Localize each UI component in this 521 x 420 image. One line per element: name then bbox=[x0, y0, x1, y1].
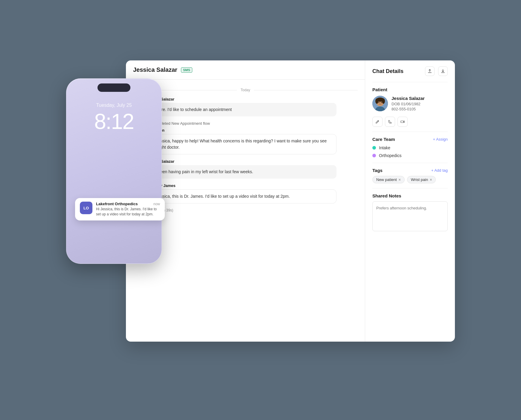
message-bubble: Hi there. I'd like to schedule an appoin… bbox=[146, 103, 336, 116]
phone-mockup: Tuesday, July 25 8:12 bbox=[66, 78, 162, 264]
assign-button[interactable]: + Assign bbox=[433, 137, 448, 141]
patient-info: Jessica Salazar DOB 01/06/1982 802-555-0… bbox=[391, 96, 448, 112]
notif-content: Lakefront Orthopedics now Hi Jessica, th… bbox=[96, 202, 160, 217]
shared-notes-textarea[interactable] bbox=[372, 201, 448, 231]
remove-tag-new-patient[interactable]: × bbox=[399, 178, 401, 182]
date-divider: Today bbox=[133, 88, 358, 92]
care-team-section-title: Care Team bbox=[372, 137, 395, 142]
phone-date: Tuesday, July 25 bbox=[66, 103, 162, 108]
intake-dot bbox=[372, 146, 376, 150]
video-call-button[interactable] bbox=[397, 117, 408, 127]
details-header: Chat Details bbox=[372, 66, 448, 76]
tags-header: Tags + Add tag bbox=[372, 168, 448, 173]
download-icon bbox=[441, 69, 445, 74]
date-divider-text: Today bbox=[240, 88, 250, 92]
divider bbox=[372, 163, 448, 163]
message-row: SJ Dr. Stacy James Hi Jessica, this is D… bbox=[133, 183, 358, 203]
details-action-buttons bbox=[425, 66, 448, 76]
care-team-item: Orthopedics bbox=[372, 153, 448, 158]
svg-point-7 bbox=[382, 98, 385, 104]
tags-section: Tags + Add tag New patient × Wrist pain … bbox=[372, 168, 448, 183]
chat-patient-name: Jessica Salazar bbox=[133, 66, 177, 73]
phone-icon bbox=[388, 120, 392, 124]
upload-icon bbox=[427, 69, 432, 74]
care-team-orthopedics-label: Orthopedics bbox=[379, 153, 401, 158]
message-bubble: I've been having pain in my left wrist f… bbox=[146, 165, 336, 179]
tag-label: New patient bbox=[376, 177, 397, 182]
message-row: J Jessica Salazar Hi there. I'd like to … bbox=[133, 97, 358, 116]
tag-wrist-pain: Wrist pain × bbox=[407, 176, 436, 183]
call-patient-button[interactable] bbox=[385, 117, 395, 127]
notif-org-name: Lakefront Orthopedics bbox=[96, 202, 138, 206]
divider-line-right bbox=[254, 90, 358, 90]
message-content: Dr. Stacy James Hi Jessica, this is Dr. … bbox=[146, 183, 358, 203]
svg-point-8 bbox=[379, 102, 380, 103]
notif-time: now bbox=[153, 202, 160, 206]
message-content: Jax Green Hi Jessica, happy to help! Wha… bbox=[146, 128, 358, 154]
remove-tag-wrist-pain[interactable]: × bbox=[430, 178, 432, 182]
svg-point-6 bbox=[375, 98, 378, 104]
message-bubble: Hi Jessica, happy to help! What health c… bbox=[146, 134, 336, 154]
phone-time-display: Tuesday, July 25 8:12 bbox=[66, 103, 162, 134]
notes-section-title: Shared Notes bbox=[372, 193, 448, 198]
app-window: Jessica Salazar SMS Today J Jessica Sala… bbox=[126, 60, 455, 342]
patient-action-buttons bbox=[372, 117, 448, 127]
care-team-section: Care Team + Assign Intake Orthopedics bbox=[372, 137, 448, 158]
shared-notes-section: Shared Notes bbox=[372, 193, 448, 232]
care-team-intake-label: Intake bbox=[379, 145, 390, 150]
video-visit-indicator: 📹 Video visit (25m 39s) bbox=[133, 208, 358, 212]
video-icon bbox=[400, 120, 405, 124]
svg-rect-0 bbox=[428, 72, 432, 73]
tag-new-patient: New patient × bbox=[372, 176, 405, 183]
message-row: JG Jax Green Hi Jessica, happy to help! … bbox=[133, 128, 358, 154]
svg-point-9 bbox=[381, 102, 382, 103]
chat-header: Jessica Salazar SMS bbox=[126, 60, 365, 80]
divider bbox=[372, 188, 448, 188]
svg-rect-1 bbox=[441, 72, 445, 73]
sender-name: Jessica Salazar bbox=[146, 159, 358, 164]
push-notification[interactable]: LO Lakefront Orthopedics now Hi Jessica,… bbox=[75, 198, 165, 220]
divider bbox=[372, 82, 448, 82]
message-content: Jessica Salazar Hi there. I'd like to sc… bbox=[146, 97, 358, 116]
patient-phone: 802-555-0105 bbox=[391, 107, 448, 111]
download-button[interactable] bbox=[438, 66, 448, 76]
orthopedics-dot bbox=[372, 154, 376, 157]
patient-avatar-svg bbox=[372, 96, 388, 111]
edit-icon bbox=[375, 120, 380, 124]
divider bbox=[372, 132, 448, 132]
message-content: Jessica Salazar I've been having pain in… bbox=[146, 159, 358, 179]
patient-avatar bbox=[372, 96, 388, 111]
phone-clock: 8:12 bbox=[66, 109, 162, 134]
patient-full-name: Jessica Salazar bbox=[391, 96, 448, 101]
svg-rect-10 bbox=[401, 121, 403, 123]
tags-section-title: Tags bbox=[372, 168, 383, 173]
sender-name: Dr. Stacy James bbox=[146, 183, 358, 188]
patient-card: Jessica Salazar DOB 01/06/1982 802-555-0… bbox=[372, 96, 448, 112]
message-row: J Jessica Salazar I've been having pain … bbox=[133, 159, 358, 179]
patient-dob: DOB 01/06/1982 bbox=[391, 102, 448, 106]
notif-org-avatar: LO bbox=[80, 202, 92, 214]
details-title: Chat Details bbox=[372, 68, 403, 74]
details-panel: Chat Details bbox=[365, 60, 455, 342]
upload-button[interactable] bbox=[425, 66, 435, 76]
care-team-header: Care Team + Assign bbox=[372, 137, 448, 142]
sms-badge: SMS bbox=[181, 67, 192, 73]
system-message: Autopilot completed New Appointment flow bbox=[133, 121, 358, 126]
phone-notch bbox=[98, 83, 130, 92]
patient-section-title: Patient bbox=[372, 87, 448, 92]
sender-name: Jax Green bbox=[146, 128, 358, 133]
edit-patient-button[interactable] bbox=[372, 117, 383, 127]
care-team-item: Intake bbox=[372, 145, 448, 150]
tag-label: Wrist pain bbox=[411, 177, 428, 182]
patient-section: Patient bbox=[372, 87, 448, 127]
sender-name: Jessica Salazar bbox=[146, 97, 358, 101]
tags-container: New patient × Wrist pain × bbox=[372, 176, 448, 183]
add-tag-button[interactable]: + Add tag bbox=[431, 168, 448, 173]
message-bubble: Hi Jessica, this is Dr. James. I'd like … bbox=[146, 189, 336, 203]
notif-message: Hi Jessica, this is Dr. James. I'd like … bbox=[96, 207, 160, 217]
